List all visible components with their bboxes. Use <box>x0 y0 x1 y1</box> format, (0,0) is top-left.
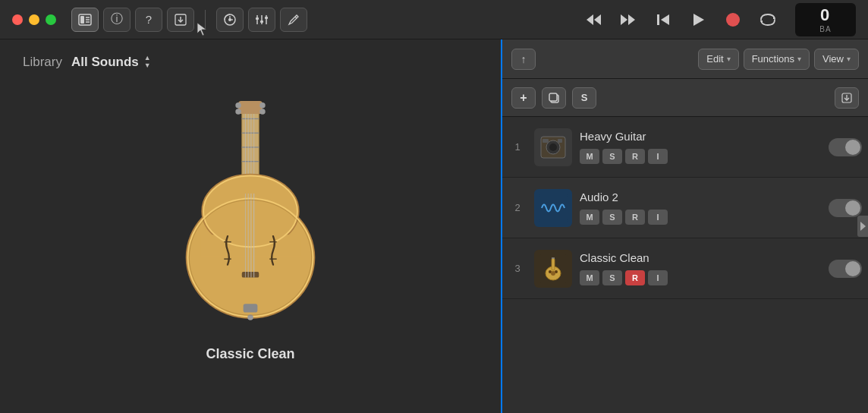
mute-btn-3[interactable]: M <box>580 270 599 285</box>
edit-label: Edit <box>706 53 723 65</box>
input-btn-3[interactable]: I <box>648 270 668 285</box>
svg-rect-14 <box>256 17 259 20</box>
tracks-panel: ↑ Edit ▾ Functions ▾ View ▾ + <box>501 39 868 413</box>
up-arrow-icon: ↑ <box>521 53 527 65</box>
close-button[interactable] <box>12 14 23 25</box>
edit-menu-button[interactable]: Edit ▾ <box>698 49 738 70</box>
mute-btn-2[interactable]: M <box>580 210 599 225</box>
titlebar: ⓘ ? <box>0 0 868 39</box>
toggle-knob-1 <box>845 140 860 155</box>
track-list: 1 Heavy Guitar M S <box>502 117 868 413</box>
toolbar-left: ⓘ ? <box>71 8 307 32</box>
svg-line-17 <box>295 17 297 18</box>
maximize-button[interactable] <box>46 14 56 25</box>
amp-icon <box>539 133 568 162</box>
toggle-knob-3 <box>845 261 860 276</box>
svg-point-40 <box>235 109 241 115</box>
edit-chevron-icon: ▾ <box>727 55 731 63</box>
back-button[interactable]: ↑ <box>511 49 536 70</box>
all-sounds-label: All Sounds <box>71 55 139 70</box>
toggle-3[interactable] <box>829 260 862 278</box>
download-button[interactable] <box>167 8 194 32</box>
sort-arrows-icon: ▲▼ <box>144 55 151 70</box>
download-icon <box>841 93 852 103</box>
svg-rect-16 <box>265 17 268 19</box>
guitar-image <box>121 90 379 340</box>
solo-icon: S <box>581 92 588 103</box>
guitar-svg <box>159 101 341 329</box>
plus-icon: + <box>520 91 527 105</box>
input-btn-1[interactable]: I <box>648 149 668 164</box>
svg-point-25 <box>726 13 740 27</box>
svg-point-76 <box>551 271 555 276</box>
record-btn-3[interactable]: R <box>625 270 645 285</box>
svg-marker-18 <box>587 14 593 25</box>
input-btn-2[interactable]: I <box>648 210 668 225</box>
track-name-2: Audio 2 <box>580 191 819 203</box>
table-row[interactable]: 1 Heavy Guitar M S <box>502 117 868 178</box>
svg-point-41 <box>259 102 266 109</box>
svg-rect-69 <box>539 194 568 222</box>
table-row[interactable]: 3 Classic Clean <box>502 238 868 299</box>
svg-rect-38 <box>238 101 263 114</box>
info-icon: ⓘ <box>111 11 123 27</box>
solo-btn-2[interactable]: S <box>602 210 622 225</box>
record-btn-1[interactable]: R <box>625 149 645 164</box>
svg-rect-52 <box>242 272 259 278</box>
play-button[interactable] <box>683 8 713 32</box>
all-sounds-button[interactable]: All Sounds ▲▼ <box>71 55 151 70</box>
track-info-1: Heavy Guitar M S R I <box>580 130 819 164</box>
svg-marker-19 <box>594 14 601 25</box>
functions-menu-button[interactable]: Functions ▾ <box>744 49 810 70</box>
library-button[interactable] <box>71 8 99 32</box>
fast-forward-button[interactable] <box>613 8 643 32</box>
svg-marker-20 <box>621 14 627 25</box>
svg-marker-21 <box>628 14 635 25</box>
tracks-actions: + S <box>502 79 868 117</box>
svg-marker-22 <box>661 14 669 25</box>
svg-rect-15 <box>260 20 263 23</box>
solo-btn-3[interactable]: S <box>602 270 622 285</box>
view-menu-button[interactable]: View ▾ <box>814 49 859 70</box>
svg-rect-67 <box>542 139 549 143</box>
svg-point-39 <box>235 102 241 109</box>
rewind-button[interactable] <box>578 8 609 32</box>
toggle-2[interactable] <box>829 199 862 217</box>
duplicate-track-button[interactable] <box>542 87 566 109</box>
svg-rect-23 <box>657 14 659 25</box>
svg-point-42 <box>259 109 266 115</box>
svg-rect-45 <box>200 235 300 256</box>
track-controls-3: M S R I <box>580 270 819 285</box>
info-button[interactable]: ⓘ <box>103 8 131 32</box>
svg-rect-61 <box>549 93 557 101</box>
track-info-2: Audio 2 M S R I <box>580 191 819 225</box>
pencil-button[interactable] <box>280 8 307 32</box>
functions-chevron-icon: ▾ <box>797 55 801 63</box>
track-controls-2: M S R I <box>580 210 819 225</box>
add-track-button[interactable]: + <box>511 87 536 109</box>
toggle-knob-2 <box>845 200 860 216</box>
cycle-button[interactable] <box>753 8 783 32</box>
window-controls <box>12 14 56 25</box>
record-btn-2[interactable]: R <box>625 210 645 225</box>
track-number-1: 1 <box>508 141 527 153</box>
table-row[interactable]: 2 Audio 2 M S R I <box>502 178 868 238</box>
guitar-small-icon <box>539 254 568 283</box>
skip-to-start-button[interactable] <box>648 8 678 32</box>
solo-button[interactable]: S <box>572 87 596 109</box>
view-label: View <box>822 53 844 65</box>
functions-label: Functions <box>752 53 794 65</box>
help-button[interactable]: ? <box>135 8 162 32</box>
mixer-button[interactable] <box>248 8 275 32</box>
track-number-2: 2 <box>508 202 527 213</box>
mute-btn-1[interactable]: M <box>580 149 599 164</box>
waveform-icon <box>539 194 568 222</box>
clock-button[interactable] <box>216 8 244 32</box>
toggle-1[interactable] <box>829 138 862 156</box>
track-download-button[interactable] <box>835 87 859 109</box>
svg-point-66 <box>549 143 557 151</box>
minimize-button[interactable] <box>29 14 39 25</box>
record-button[interactable] <box>718 8 748 32</box>
solo-btn-1[interactable]: S <box>602 149 622 164</box>
edge-arrow[interactable] <box>857 216 868 237</box>
